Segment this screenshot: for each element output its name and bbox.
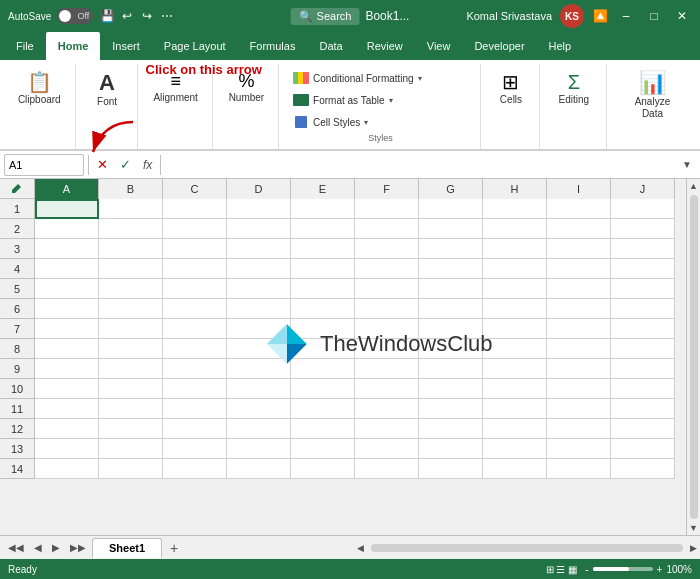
cell-D2[interactable] bbox=[227, 219, 291, 239]
cell-styles-button[interactable]: Cell Styles ▾ bbox=[289, 112, 372, 132]
cell-C3[interactable] bbox=[163, 239, 227, 259]
col-header-E[interactable]: E bbox=[291, 179, 355, 199]
cell-E6[interactable] bbox=[291, 299, 355, 319]
cell-H2[interactable] bbox=[483, 219, 547, 239]
cell-F3[interactable] bbox=[355, 239, 419, 259]
cell-J6[interactable] bbox=[611, 299, 675, 319]
cell-A6[interactable] bbox=[35, 299, 99, 319]
cell-I2[interactable] bbox=[547, 219, 611, 239]
editing-button[interactable]: Σ Editing bbox=[553, 68, 596, 109]
row-header-13[interactable]: 13 bbox=[0, 439, 35, 459]
tab-page-layout[interactable]: Page Layout bbox=[152, 32, 238, 60]
cell-C7[interactable] bbox=[163, 319, 227, 339]
cell-D7[interactable] bbox=[227, 319, 291, 339]
row-header-7[interactable]: 7 bbox=[0, 319, 35, 339]
undo-icon[interactable]: ↩ bbox=[119, 8, 135, 24]
format-table-button[interactable]: Format as Table ▾ bbox=[289, 90, 397, 110]
cell-F4[interactable] bbox=[355, 259, 419, 279]
scroll-track-vertical[interactable] bbox=[690, 195, 698, 519]
cell-F2[interactable] bbox=[355, 219, 419, 239]
tab-insert[interactable]: Insert bbox=[100, 32, 152, 60]
cell-D6[interactable] bbox=[227, 299, 291, 319]
cell-I7[interactable] bbox=[547, 319, 611, 339]
sheet-nav-first[interactable]: ◀◀ bbox=[4, 540, 28, 555]
cell-I8[interactable] bbox=[547, 339, 611, 359]
cell-H13[interactable] bbox=[483, 439, 547, 459]
cell-I13[interactable] bbox=[547, 439, 611, 459]
cell-G4[interactable] bbox=[419, 259, 483, 279]
scroll-down-button[interactable]: ▼ bbox=[687, 521, 700, 535]
cell-E5[interactable] bbox=[291, 279, 355, 299]
cell-B3[interactable] bbox=[99, 239, 163, 259]
cell-E8[interactable] bbox=[291, 339, 355, 359]
save-icon[interactable]: 💾 bbox=[99, 8, 115, 24]
cell-C8[interactable] bbox=[163, 339, 227, 359]
cell-H10[interactable] bbox=[483, 379, 547, 399]
scroll-left-button[interactable]: ◀ bbox=[354, 543, 367, 553]
cell-E1[interactable] bbox=[291, 199, 355, 219]
cell-G10[interactable] bbox=[419, 379, 483, 399]
cell-J9[interactable] bbox=[611, 359, 675, 379]
cell-A10[interactable] bbox=[35, 379, 99, 399]
cell-C13[interactable] bbox=[163, 439, 227, 459]
cell-I5[interactable] bbox=[547, 279, 611, 299]
search-bar[interactable]: 🔍 Search bbox=[291, 8, 360, 25]
cell-H3[interactable] bbox=[483, 239, 547, 259]
cell-J12[interactable] bbox=[611, 419, 675, 439]
cell-J2[interactable] bbox=[611, 219, 675, 239]
cell-I6[interactable] bbox=[547, 299, 611, 319]
cell-F7[interactable] bbox=[355, 319, 419, 339]
cell-B13[interactable] bbox=[99, 439, 163, 459]
format-table-dropdown[interactable]: ▾ bbox=[389, 96, 393, 105]
col-header-C[interactable]: C bbox=[163, 179, 227, 199]
cell-D11[interactable] bbox=[227, 399, 291, 419]
cell-G13[interactable] bbox=[419, 439, 483, 459]
more-icon[interactable]: ⋯ bbox=[159, 8, 175, 24]
cell-D5[interactable] bbox=[227, 279, 291, 299]
cell-B14[interactable] bbox=[99, 459, 163, 479]
cell-F1[interactable] bbox=[355, 199, 419, 219]
cell-H7[interactable] bbox=[483, 319, 547, 339]
zoom-out-button[interactable]: - bbox=[585, 564, 588, 575]
sheet-nav-last[interactable]: ▶▶ bbox=[66, 540, 90, 555]
col-header-F[interactable]: F bbox=[355, 179, 419, 199]
cell-A5[interactable] bbox=[35, 279, 99, 299]
font-button[interactable]: A Font bbox=[87, 68, 127, 111]
col-header-I[interactable]: I bbox=[547, 179, 611, 199]
col-header-A[interactable]: A bbox=[35, 179, 99, 199]
conditional-formatting-button[interactable]: Conditional Formatting ▾ bbox=[289, 68, 426, 88]
cell-C10[interactable] bbox=[163, 379, 227, 399]
cell-F9[interactable] bbox=[355, 359, 419, 379]
select-all-button[interactable] bbox=[0, 179, 35, 199]
cell-B7[interactable] bbox=[99, 319, 163, 339]
cell-I10[interactable] bbox=[547, 379, 611, 399]
redo-icon[interactable]: ↪ bbox=[139, 8, 155, 24]
cell-A12[interactable] bbox=[35, 419, 99, 439]
tab-help[interactable]: Help bbox=[537, 32, 584, 60]
cell-J10[interactable] bbox=[611, 379, 675, 399]
cell-F8[interactable] bbox=[355, 339, 419, 359]
row-header-12[interactable]: 12 bbox=[0, 419, 35, 439]
sheet-tab-sheet1[interactable]: Sheet1 bbox=[92, 538, 162, 558]
cell-D1[interactable] bbox=[227, 199, 291, 219]
cell-D8[interactable] bbox=[227, 339, 291, 359]
add-sheet-button[interactable]: + bbox=[164, 538, 184, 558]
horizontal-scrollbar[interactable]: ◀ ▶ bbox=[354, 536, 700, 560]
cell-F13[interactable] bbox=[355, 439, 419, 459]
cell-E7[interactable] bbox=[291, 319, 355, 339]
confirm-button[interactable]: ✓ bbox=[116, 157, 135, 172]
tab-developer[interactable]: Developer bbox=[462, 32, 536, 60]
close-button[interactable]: ✕ bbox=[672, 6, 692, 26]
row-header-5[interactable]: 5 bbox=[0, 279, 35, 299]
sheet-nav-next[interactable]: ▶ bbox=[48, 540, 64, 555]
vertical-scrollbar[interactable]: ▲ ▼ bbox=[686, 179, 700, 535]
cell-E10[interactable] bbox=[291, 379, 355, 399]
cell-H6[interactable] bbox=[483, 299, 547, 319]
cell-A2[interactable] bbox=[35, 219, 99, 239]
cell-E9[interactable] bbox=[291, 359, 355, 379]
cell-D4[interactable] bbox=[227, 259, 291, 279]
cell-F5[interactable] bbox=[355, 279, 419, 299]
cell-B8[interactable] bbox=[99, 339, 163, 359]
cell-A14[interactable] bbox=[35, 459, 99, 479]
cell-A8[interactable] bbox=[35, 339, 99, 359]
